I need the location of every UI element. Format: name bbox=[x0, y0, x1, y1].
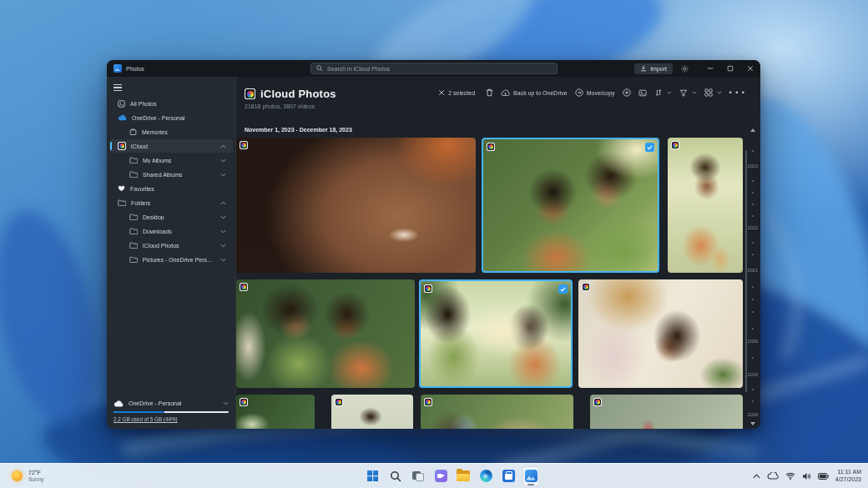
sidebar-item-memories[interactable]: Memories bbox=[109, 125, 233, 138]
close-button[interactable] bbox=[740, 60, 760, 77]
more-options-button[interactable]: • • • bbox=[729, 89, 745, 96]
date-range-header: November 1, 2023 - December 18, 2023 bbox=[245, 127, 352, 133]
timeline-year[interactable]: 2022 bbox=[748, 225, 758, 230]
start-button[interactable] bbox=[365, 466, 381, 486]
sidebar-item-icloud[interactable]: iCloud bbox=[109, 139, 233, 153]
clear-selection-button[interactable]: 2 selected bbox=[438, 89, 475, 96]
taskbar-weather-widget[interactable]: 72°F Sunny bbox=[12, 470, 43, 483]
folder-icon bbox=[129, 256, 138, 263]
storage-progress-track bbox=[114, 411, 229, 414]
sidebar-item-onedrive-personal[interactable]: OneDrive - Personal bbox=[109, 111, 233, 124]
photos-icon bbox=[525, 470, 537, 482]
photo-thumbnail[interactable] bbox=[590, 395, 743, 429]
slideshow-button[interactable] bbox=[638, 89, 647, 97]
timeline-year[interactable]: 2021 bbox=[748, 268, 758, 273]
icloud-badge-icon bbox=[424, 398, 432, 406]
sidebar-item-label: iCloud bbox=[131, 143, 148, 149]
photo-thumbnail[interactable] bbox=[668, 138, 743, 273]
taskbar-search-button[interactable] bbox=[387, 466, 404, 486]
selected-checkbox[interactable] bbox=[558, 284, 568, 294]
timeline-scrubber[interactable]: 2023 2022 2021 2020 2019 bbox=[745, 77, 759, 429]
chevron-up-icon bbox=[220, 144, 226, 148]
onedrive-storage-panel: OneDrive - Personal 2.2 GB used of 5 GB … bbox=[107, 395, 235, 430]
sidebar-item-desktop[interactable]: Desktop bbox=[109, 210, 233, 224]
minimize-button[interactable] bbox=[700, 60, 720, 77]
sidebar-item-favorites[interactable]: Favorites bbox=[109, 182, 233, 195]
menu-hamburger-icon[interactable] bbox=[114, 82, 132, 93]
chevron-down-icon bbox=[220, 215, 226, 219]
move-copy-button[interactable]: Move/copy bbox=[575, 88, 615, 97]
wifi-icon[interactable] bbox=[785, 472, 795, 480]
timeline-year[interactable]: 2019 bbox=[748, 372, 758, 377]
photo-thumbnail[interactable] bbox=[236, 279, 415, 388]
timeline-year[interactable]: 2020 bbox=[748, 339, 758, 344]
memories-icon bbox=[129, 128, 137, 136]
sidebar-item-my-albums[interactable]: My Albums bbox=[109, 153, 233, 167]
sidebar-item-label: All Photos bbox=[130, 101, 157, 107]
maximize-button[interactable] bbox=[720, 60, 740, 77]
task-view-button[interactable] bbox=[410, 466, 426, 486]
search-icon bbox=[316, 65, 323, 72]
microsoft-store-button[interactable] bbox=[500, 466, 517, 486]
chevron-down-icon bbox=[667, 91, 672, 94]
photo-thumbnail[interactable] bbox=[236, 138, 476, 273]
backup-to-onedrive-button[interactable]: Back up to OneDrive bbox=[501, 89, 568, 97]
search-input[interactable]: Search in iCloud Photos bbox=[310, 63, 558, 74]
add-to-album-button[interactable] bbox=[623, 88, 631, 97]
storage-usage-link[interactable]: 2.2 GB used of 5 GB (44%) bbox=[114, 416, 229, 422]
close-icon bbox=[438, 89, 445, 96]
taskbar-clock[interactable]: 11:11 AM 4/27/2023 bbox=[835, 469, 861, 483]
titlebar-controls: Import bbox=[634, 60, 760, 77]
photo-thumbnail[interactable] bbox=[578, 279, 743, 388]
sidebar-item-label: My Albums bbox=[143, 158, 171, 164]
weather-condition: Sunny bbox=[28, 476, 43, 482]
sidebar-item-icloud-photos[interactable]: iCloud Photos bbox=[109, 239, 233, 252]
icloud-badge-icon bbox=[582, 283, 590, 291]
import-button[interactable]: Import bbox=[634, 63, 673, 74]
sidebar-item-pictures-onedrive[interactable]: Pictures - OneDrive Personal bbox=[109, 253, 233, 266]
icloud-photos-icon bbox=[245, 88, 255, 99]
photo-thumbnail-selected[interactable] bbox=[419, 279, 573, 388]
store-icon bbox=[502, 470, 515, 482]
selected-checkbox[interactable] bbox=[645, 143, 654, 152]
photo-thumbnail-selected[interactable] bbox=[482, 138, 659, 273]
zoom-grid-button[interactable] bbox=[704, 88, 722, 97]
photo-thumbnail[interactable] bbox=[236, 395, 315, 429]
photos-app-icon bbox=[114, 64, 122, 73]
sidebar-item-label: iCloud Photos bbox=[143, 243, 179, 249]
photos-app-taskbar-button[interactable] bbox=[522, 466, 539, 486]
hidden-icons-chevron-icon[interactable] bbox=[753, 474, 760, 479]
sidebar-item-shared-albums[interactable]: Shared Albums bbox=[109, 168, 233, 181]
sidebar-item-folders[interactable]: Folders bbox=[109, 196, 233, 209]
timeline-up-arrow-icon[interactable] bbox=[750, 128, 755, 132]
onedrive-tray-icon[interactable] bbox=[767, 472, 779, 480]
settings-gear-icon[interactable] bbox=[681, 65, 689, 73]
speaker-icon[interactable] bbox=[802, 472, 811, 480]
icloud-badge-icon bbox=[335, 398, 343, 406]
photo-thumbnail[interactable] bbox=[421, 395, 573, 429]
all-photos-icon bbox=[118, 100, 125, 108]
photo-thumbnail[interactable] bbox=[331, 395, 413, 429]
weather-temperature: 72°F bbox=[28, 470, 43, 477]
icloud-badge-icon bbox=[424, 284, 432, 293]
sidebar-item-downloads[interactable]: Downloads bbox=[109, 224, 233, 238]
timeline-down-arrow-icon[interactable] bbox=[750, 422, 755, 425]
sort-button[interactable] bbox=[654, 88, 672, 97]
sidebar-item-all-photos[interactable]: All Photos bbox=[109, 97, 233, 110]
chevron-down-icon bbox=[692, 91, 697, 94]
timeline-year[interactable]: 2018 bbox=[748, 412, 758, 417]
icloud-icon bbox=[118, 142, 126, 150]
icloud-badge-icon bbox=[240, 141, 248, 149]
sidebar-item-label: Shared Albums bbox=[143, 172, 182, 178]
sidebar-item-label: Pictures - OneDrive Personal bbox=[143, 257, 215, 263]
battery-icon[interactable] bbox=[818, 473, 829, 480]
chevron-down-icon[interactable] bbox=[223, 400, 229, 406]
delete-button[interactable] bbox=[486, 88, 493, 97]
file-explorer-button[interactable] bbox=[455, 466, 472, 486]
filter-button[interactable] bbox=[679, 89, 697, 97]
trash-icon bbox=[486, 88, 493, 97]
window-title: Photos bbox=[126, 66, 144, 72]
chat-button[interactable] bbox=[432, 466, 449, 486]
edge-browser-button[interactable] bbox=[477, 466, 494, 486]
timeline-year[interactable]: 2023 bbox=[748, 164, 758, 169]
